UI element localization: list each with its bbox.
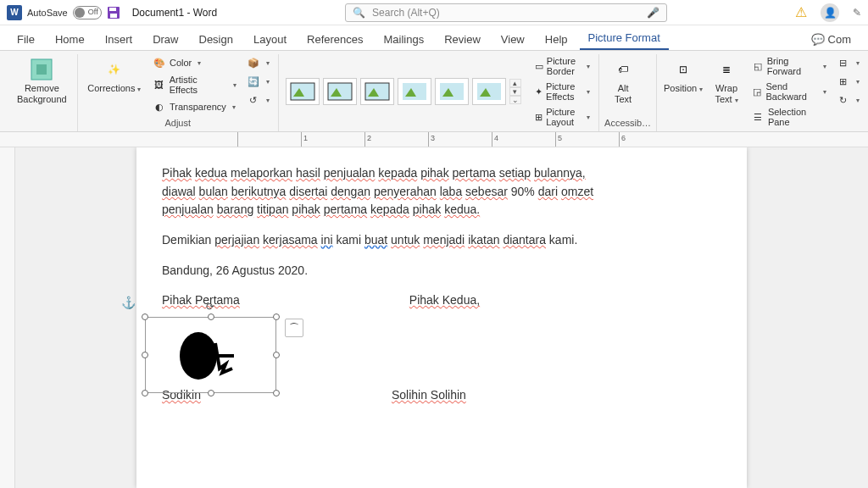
resize-handle[interactable] [273, 390, 280, 396]
align-icon: ⊟ [837, 56, 850, 69]
svg-rect-7 [328, 83, 352, 100]
tab-home[interactable]: Home [47, 29, 93, 50]
rotate-handle[interactable]: ⟳ [206, 301, 214, 313]
resize-handle[interactable] [142, 390, 148, 396]
ribbon: Remove Background ✨ Corrections 🎨Color 🖼… [0, 51, 868, 132]
resize-handle[interactable] [142, 313, 148, 320]
group-button[interactable]: ⊞ [833, 73, 863, 90]
reset-picture-button[interactable]: ↺ [243, 92, 273, 108]
resize-handle[interactable] [273, 352, 280, 358]
selected-image[interactable]: ⟳ [145, 317, 276, 393]
group-accessibility: 🏷 Alt Text Accessib… [599, 54, 657, 131]
title-bar: W AutoSave Off Document1 - Word 🔍 Search… [0, 0, 868, 25]
color-button[interactable]: 🎨Color [149, 54, 240, 71]
wrap-icon: ≣ [715, 58, 738, 81]
send-backward-button[interactable]: ◲Send Backward [748, 80, 829, 103]
party-2-label[interactable]: Pihak Kedua, [409, 291, 480, 310]
save-icon[interactable] [107, 6, 120, 19]
alt-text-icon: 🏷 [611, 58, 635, 81]
tab-draw[interactable]: Draw [144, 29, 186, 50]
user-avatar[interactable]: 👤 [821, 3, 839, 22]
corrections-button[interactable]: ✨ Corrections [83, 54, 146, 97]
access-group-label: Accessib… [604, 116, 651, 131]
svg-rect-5 [291, 83, 314, 100]
wrap-text-button[interactable]: ≣Wrap Text [708, 54, 745, 108]
picture-layout-button[interactable]: ⊞Picture Layout [531, 105, 593, 129]
styles-more[interactable]: ▴▾⌄ [509, 76, 521, 107]
position-button[interactable]: ⊡Position [662, 54, 704, 97]
pen-icon[interactable]: ✎ [853, 7, 861, 19]
style-thumb-1[interactable] [286, 78, 320, 105]
transparency-icon: ◐ [153, 100, 166, 114]
tab-references[interactable]: References [298, 29, 371, 50]
paragraph-1[interactable]: Pihak kedua melaporkan hasil penjualan k… [162, 164, 721, 219]
ribbon-tabs: File Home Insert Draw Design Layout Refe… [0, 25, 868, 51]
picture-effects-button[interactable]: ✦Picture Effects [531, 80, 593, 103]
anchor-icon[interactable]: ⚓ [121, 296, 136, 309]
resize-handle[interactable] [273, 313, 280, 320]
tab-review[interactable]: Review [436, 29, 489, 50]
document-title: Document1 - Word [132, 7, 217, 19]
rotate-button[interactable]: ↻ [833, 92, 863, 108]
effects-icon: ✦ [535, 85, 542, 98]
document-page[interactable]: Pihak kedua melaporkan hasil penjualan k… [136, 147, 747, 488]
svg-rect-2 [110, 14, 117, 18]
ruler-horizontal[interactable]: 1 2 3 4 5 6 [0, 132, 868, 147]
tab-help[interactable]: Help [537, 29, 576, 50]
align-button[interactable]: ⊟ [833, 54, 863, 71]
remove-background-button[interactable]: Remove Background [12, 54, 72, 108]
group-remove-bg: Remove Background [7, 54, 78, 131]
bring-forward-button[interactable]: ◱Bring Forward [748, 54, 829, 78]
party-1-label[interactable]: Pihak Pertama [162, 291, 240, 310]
date-line[interactable]: Bandung, 26 Agustus 2020. [162, 262, 721, 280]
tab-picture-format[interactable]: Picture Format [580, 27, 669, 50]
tab-comments[interactable]: 💬 Com [803, 29, 860, 50]
ruler-vertical[interactable] [0, 147, 15, 488]
picture-styles-gallery[interactable]: ▴▾⌄ [284, 76, 521, 107]
resize-handle[interactable] [142, 352, 148, 358]
autosave-toggle[interactable]: Off [73, 6, 102, 19]
group-adjust: ✨ Corrections 🎨Color 🖼Artistic Effects ◐… [78, 54, 279, 131]
border-icon: ▭ [535, 59, 543, 73]
workspace: Pihak kedua melaporkan hasil penjualan k… [0, 147, 868, 488]
selection-pane-button[interactable]: ☰Selection Pane [748, 105, 829, 129]
selection-icon: ☰ [752, 110, 765, 124]
picture-border-button[interactable]: ▭Picture Border [531, 54, 593, 78]
resize-handle[interactable] [208, 390, 214, 396]
tab-mailings[interactable]: Mailings [376, 29, 433, 50]
transparency-button[interactable]: ◐Transparency [149, 98, 240, 115]
tab-design[interactable]: Design [191, 29, 242, 50]
group-picture-styles: ▴▾⌄ ▭Picture Border ✦Picture Effects ⊞Pi… [279, 54, 599, 131]
tab-insert[interactable]: Insert [97, 29, 142, 50]
style-thumb-3[interactable] [360, 78, 394, 105]
tab-file[interactable]: File [8, 29, 43, 50]
corrections-icon: ✨ [103, 58, 126, 81]
style-thumb-6[interactable] [472, 78, 506, 105]
style-thumb-5[interactable] [435, 78, 469, 105]
compress-button[interactable]: 📦 [243, 54, 273, 71]
forward-icon: ◱ [752, 59, 764, 73]
warning-icon[interactable]: ⚠ [795, 4, 807, 20]
style-thumb-2[interactable] [323, 78, 357, 105]
svg-rect-9 [365, 83, 389, 100]
adjust-group-label: Adjust [83, 116, 273, 131]
style-thumb-4[interactable] [398, 78, 431, 105]
artistic-icon: 🖼 [153, 78, 166, 92]
tab-view[interactable]: View [492, 29, 533, 50]
reset-pic-icon: ↺ [247, 93, 260, 107]
tab-layout[interactable]: Layout [245, 29, 295, 50]
layout-options-button[interactable]: ⌒ [285, 319, 303, 337]
search-placeholder: Search (Alt+Q) [372, 7, 640, 19]
mic-icon[interactable]: 🎤 [647, 7, 659, 19]
artistic-effects-button[interactable]: 🖼Artistic Effects [149, 73, 240, 97]
svg-rect-13 [440, 83, 464, 100]
paragraph-2[interactable]: Demikian perjajian kerjasama ini kami bu… [162, 231, 721, 250]
titlebar-right: ⚠ 👤 ✎ [795, 3, 861, 22]
page-area[interactable]: Pihak kedua melaporkan hasil penjualan k… [15, 147, 868, 488]
resize-handle[interactable] [208, 313, 214, 320]
change-picture-button[interactable]: 🔄 [243, 73, 273, 90]
signature-labels-row: Pihak Pertama Pihak Kedua, [162, 291, 721, 310]
name-2[interactable]: Solihin Solihin [392, 386, 466, 405]
search-box[interactable]: 🔍 Search (Alt+Q) 🎤 [345, 3, 667, 22]
alt-text-button[interactable]: 🏷 Alt Text [604, 54, 642, 108]
